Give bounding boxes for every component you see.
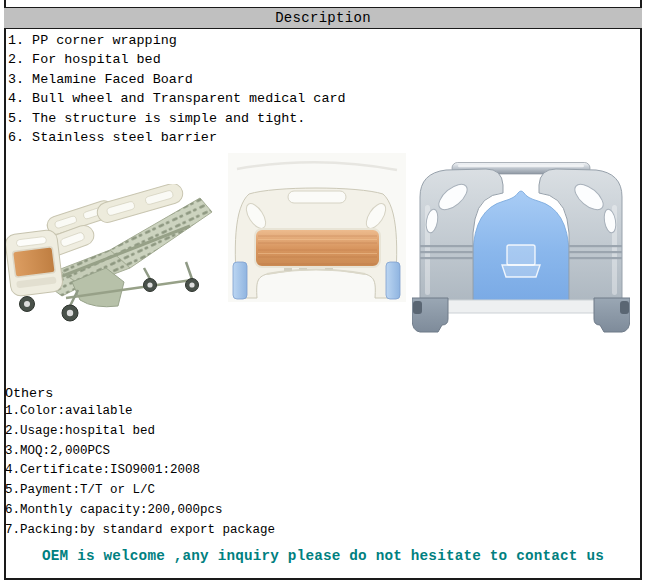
feature-item: 2. For hospital bed <box>8 50 628 69</box>
others-item: 1.Color:available <box>5 402 625 422</box>
feature-item: 4. Bull wheel and Transparent medical ca… <box>8 89 628 108</box>
hospital-bed-photo: hospital-bed-photo <box>6 184 218 336</box>
product-description-page: Description 1. PP corner wrapping2. For … <box>0 0 649 583</box>
others-item: 5.Payment:T/T or L/C <box>5 481 625 501</box>
others-list: 1.Color:available2.Usage:hospital bed3.M… <box>5 402 625 540</box>
feature-item: 1. PP corner wrapping <box>8 31 628 50</box>
feature-item: 3. Melamine Faced Board <box>8 70 628 89</box>
description-header: Description <box>4 7 642 29</box>
footer-note: OEM is welcome ,any inquiry please do no… <box>4 548 642 564</box>
headboard-wood-panel-photo: headboard-wood-panel-photo <box>228 153 406 302</box>
feature-item: 6. Stainless steel barrier <box>8 128 628 147</box>
description-header-label: Description <box>275 10 371 26</box>
feature-item: 5. The structure is simple and tight. <box>8 109 628 128</box>
others-item: 3.MOQ:2,000PCS <box>5 442 625 462</box>
table-border-right <box>640 0 642 580</box>
others-title: Others <box>5 386 53 401</box>
table-border-bottom <box>4 578 642 580</box>
others-item: 6.Monthly capacity:200,000pcs <box>5 501 625 521</box>
others-item: 4.Certificate:ISO9001:2008 <box>5 461 625 481</box>
feature-list: 1. PP corner wrapping2. For hospital bed… <box>8 31 628 147</box>
headboard-blue-panel-photo: headboard-blue-panel-photo <box>412 161 630 336</box>
others-item: 2.Usage:hospital bed <box>5 422 625 442</box>
others-item: 7.Packing:by standard export package <box>5 521 625 541</box>
